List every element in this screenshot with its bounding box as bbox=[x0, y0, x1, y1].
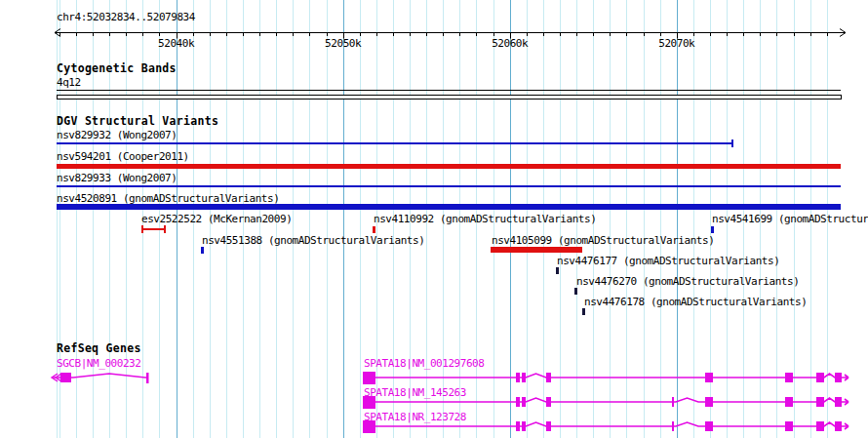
variant-label-nsv4541699[interactable]: nsv4541699 (gnomADStructuralVariants) bbox=[712, 213, 868, 225]
variant-label-nsv4476177[interactable]: nsv4476177 (gnomADStructuralVariants) bbox=[557, 255, 779, 267]
ruler-tick-label: 52060k bbox=[492, 37, 528, 50]
variant-label-nsv4520891[interactable]: nsv4520891 (gnomADStructuralVariants) bbox=[57, 192, 279, 205]
ruler-tick-label: 52040k bbox=[158, 37, 194, 50]
cytoband-label: 4q12 bbox=[57, 76, 81, 89]
gene-label-SGCB-NM_000232[interactable]: SGCB|NM_000232 bbox=[57, 357, 140, 370]
variant-label-nsv4551388[interactable]: nsv4551388 (gnomADStructuralVariants) bbox=[202, 234, 424, 247]
section-title-dgv-structural-variants: DGV Structural Variants bbox=[57, 115, 218, 128]
section-title-refseq-genes: RefSeq Genes bbox=[57, 342, 141, 355]
labels-layer: chr4:52032834..52079834 Cytogenetic Band… bbox=[0, 0, 868, 438]
variant-label-nsv4476178[interactable]: nsv4476178 (gnomADStructuralVariants) bbox=[584, 296, 807, 308]
ruler-tick-label: 52050k bbox=[325, 37, 361, 50]
region-label: chr4:52032834..52079834 bbox=[57, 11, 195, 23]
variant-label-esv2522522[interactable]: esv2522522 (McKernan2009) bbox=[141, 213, 292, 225]
gene-label-SPATA18-NR_123728[interactable]: SPATA18|NR_123728 bbox=[364, 411, 466, 423]
variant-label-nsv829932[interactable]: nsv829932 (Wong2007) bbox=[57, 129, 177, 141]
section-title-cytogenetic-bands: Cytogenetic Bands bbox=[57, 62, 177, 75]
variant-label-nsv829933[interactable]: nsv829933 (Wong2007) bbox=[57, 172, 177, 184]
variant-label-nsv4110992[interactable]: nsv4110992 (gnomADStructuralVariants) bbox=[374, 213, 596, 225]
gene-label-SPATA18-NM_145263[interactable]: SPATA18|NM_145263 bbox=[364, 386, 466, 399]
variant-label-nsv4476270[interactable]: nsv4476270 (gnomADStructuralVariants) bbox=[576, 275, 799, 288]
variant-label-nsv594201[interactable]: nsv594201 (Cooper2011) bbox=[57, 150, 189, 163]
variant-label-nsv4105099[interactable]: nsv4105099 (gnomADStructuralVariants) bbox=[492, 234, 714, 247]
gene-label-SPATA18-NM_001297608[interactable]: SPATA18|NM_001297608 bbox=[364, 357, 484, 370]
ruler-tick-label: 52070k bbox=[658, 37, 694, 50]
genome-browser-view: chr4:52032834..52079834 Cytogenetic Band… bbox=[0, 0, 868, 438]
